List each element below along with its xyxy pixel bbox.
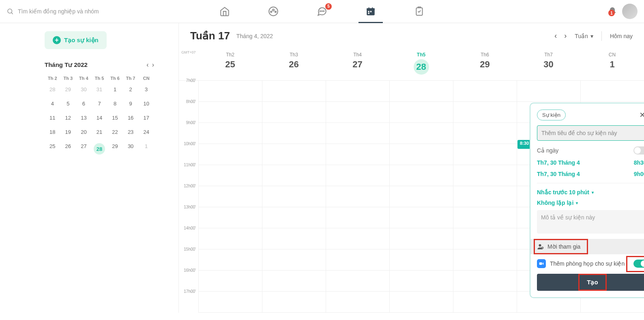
end-time-button[interactable]: 9h00' (634, 171, 644, 177)
calendar-cell[interactable] (517, 81, 580, 102)
calendar-cell[interactable] (389, 292, 453, 313)
notifications-button[interactable]: 1 (608, 6, 617, 16)
calendar-cell[interactable] (262, 165, 326, 186)
avatar[interactable] (622, 4, 638, 19)
calendar-cell[interactable] (262, 228, 326, 249)
mini-next-button[interactable]: › (152, 61, 154, 69)
start-time-button[interactable]: 8h30' (634, 159, 644, 166)
mini-day[interactable]: 23 (123, 125, 139, 139)
mini-day[interactable]: 2 (123, 82, 139, 97)
calendar-cell[interactable] (198, 292, 262, 313)
week-day-header[interactable]: Th528 (389, 49, 453, 80)
mini-day[interactable]: 27 (76, 139, 92, 159)
calendar-cell[interactable] (198, 186, 262, 207)
week-day-header[interactable]: Th427 (326, 49, 389, 80)
mini-day[interactable]: 24 (138, 125, 154, 139)
calendar-cell[interactable] (453, 271, 517, 292)
mini-day[interactable]: 28 (45, 82, 60, 97)
mini-day[interactable]: 8 (107, 97, 123, 111)
invite-button[interactable]: Mời tham gia (530, 239, 644, 254)
mini-day[interactable]: 20 (76, 125, 92, 139)
week-day-header[interactable]: CN1 (580, 49, 644, 80)
calendar-cell[interactable] (326, 207, 389, 228)
mini-day[interactable]: 10 (138, 97, 154, 111)
calendar-cell[interactable] (198, 144, 262, 165)
mini-day[interactable]: 1 (107, 82, 123, 97)
mini-day[interactable]: 18 (45, 125, 60, 139)
mini-day[interactable]: 22 (107, 125, 123, 139)
start-date-button[interactable]: Th7, 30 Tháng 4 (537, 159, 580, 166)
calendar-cell[interactable] (326, 292, 389, 313)
calendar-cell[interactable] (198, 123, 262, 144)
calendar-cell[interactable] (198, 271, 262, 292)
week-day-header[interactable]: Th326 (262, 49, 326, 80)
calendar-cell[interactable] (326, 249, 389, 271)
end-date-button[interactable]: Th7, 30 Tháng 4 (537, 171, 580, 177)
calendar-cell[interactable] (262, 271, 326, 292)
calendar-cell[interactable] (198, 81, 262, 102)
calendar-cell[interactable] (326, 123, 389, 144)
reminder-select[interactable]: Nhắc trước 10 phút▾ (537, 189, 644, 195)
calendar-cell[interactable] (389, 186, 453, 207)
calendar-cell[interactable] (453, 207, 517, 228)
calendar-cell[interactable] (453, 228, 517, 249)
calendar-cell[interactable] (326, 81, 389, 102)
nav-chat[interactable]: 5 (310, 0, 334, 23)
popup-tab-event[interactable]: Sự kiện (537, 110, 566, 120)
calendar-cell[interactable] (198, 228, 262, 249)
mini-day[interactable]: 29 (107, 139, 123, 159)
submit-create-button[interactable]: Tạo (537, 274, 644, 291)
mini-day[interactable]: 14 (92, 111, 107, 125)
search-input-wrap[interactable]: Tìm kiếm đồng nghiệp và nhóm (6, 8, 99, 15)
close-button[interactable] (637, 109, 644, 120)
calendar-cell[interactable] (262, 249, 326, 271)
calendar-cell[interactable] (453, 292, 517, 313)
nav-tasks[interactable] (407, 0, 431, 23)
week-day-header[interactable]: Th730 (517, 49, 580, 80)
mini-day[interactable]: 30 (123, 139, 139, 159)
repeat-select[interactable]: Không lặp lại▾ (537, 200, 644, 206)
mini-day[interactable]: 9 (123, 97, 139, 111)
today-button[interactable]: Hôm nay (610, 33, 633, 39)
nav-calendar[interactable] (358, 0, 383, 23)
calendar-cell[interactable] (389, 228, 453, 249)
mini-day[interactable]: 25 (45, 139, 60, 159)
calendar-cell[interactable] (198, 249, 262, 271)
calendar-cell[interactable] (389, 207, 453, 228)
mini-day[interactable]: 31 (92, 82, 107, 97)
calendar-cell[interactable] (389, 81, 453, 102)
calendar-cell[interactable] (453, 249, 517, 271)
calendar-cell[interactable] (262, 292, 326, 313)
mini-day[interactable]: 21 (92, 125, 107, 139)
calendar-cell[interactable] (389, 165, 453, 186)
calendar-cell[interactable] (453, 165, 517, 186)
calendar-cell[interactable] (453, 81, 517, 102)
prev-week-button[interactable]: ‹ (554, 32, 557, 40)
mini-day[interactable]: 28 (92, 139, 107, 159)
mini-prev-button[interactable]: ‹ (146, 61, 148, 69)
mini-day[interactable]: 15 (107, 111, 123, 125)
nav-people[interactable] (261, 0, 286, 23)
calendar-cell[interactable] (198, 102, 262, 123)
allday-toggle[interactable] (633, 146, 644, 155)
event-description-input[interactable] (537, 210, 644, 234)
mini-day[interactable]: 3 (138, 82, 154, 97)
calendar-cell[interactable] (453, 102, 517, 123)
mini-day[interactable]: 1 (138, 139, 154, 159)
event-title-input[interactable] (537, 125, 644, 141)
calendar-cell[interactable] (198, 207, 262, 228)
calendar-cell[interactable] (326, 271, 389, 292)
week-day-header[interactable]: Th225 (198, 49, 262, 80)
mini-day[interactable]: 6 (76, 97, 92, 111)
mini-day[interactable]: 30 (76, 82, 92, 97)
next-week-button[interactable]: › (564, 32, 567, 40)
calendar-cell[interactable] (262, 207, 326, 228)
mini-day[interactable]: 29 (60, 82, 76, 97)
calendar-cell[interactable] (453, 186, 517, 207)
calendar-cell[interactable] (389, 144, 453, 165)
calendar-cell[interactable] (198, 165, 262, 186)
create-event-button[interactable]: + Tạo sự kiện (45, 31, 107, 49)
calendar-cell[interactable] (580, 81, 644, 102)
mini-day[interactable]: 11 (45, 111, 60, 125)
mini-day[interactable]: 12 (60, 111, 76, 125)
